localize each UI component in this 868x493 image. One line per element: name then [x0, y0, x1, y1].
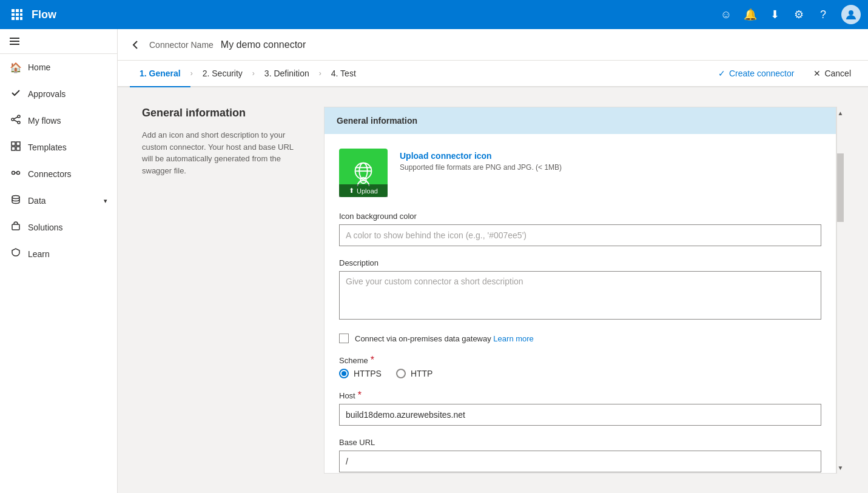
- sidebar-item-templates-label: Templates: [28, 143, 67, 152]
- cancel-label: Cancel: [824, 69, 851, 78]
- host-input[interactable]: [339, 404, 821, 426]
- tab-definition-label: 3. Definition: [264, 69, 309, 78]
- data-chevron-icon: ▾: [104, 197, 107, 205]
- help-icon[interactable]: ?: [812, 4, 834, 25]
- right-scrollbar[interactable]: ▲ ▼: [836, 107, 844, 474]
- host-label: Host *: [339, 391, 821, 400]
- upload-connector-icon-link[interactable]: Upload connector icon: [400, 151, 562, 161]
- templates-icon: [10, 141, 22, 153]
- http-radio-item[interactable]: HTTP: [396, 369, 433, 378]
- http-radio-label: HTTP: [411, 369, 433, 378]
- app-title: Flow: [32, 8, 715, 21]
- svg-rect-5: [20, 13, 22, 16]
- icon-upload-row: ⬆ Upload Upload connector icon Supported…: [339, 149, 821, 197]
- sidebar-item-solutions-label: Solutions: [28, 223, 63, 232]
- scheme-radio-group: HTTPS HTTP: [339, 369, 821, 378]
- sidebar: 🏠 Home Approvals My flows: [0, 29, 118, 493]
- sidebar-item-home[interactable]: 🏠 Home: [0, 54, 117, 81]
- upload-icon-description: Supported file formats are PNG and JPG. …: [400, 163, 562, 172]
- svg-rect-3: [12, 13, 15, 16]
- bell-icon[interactable]: 🔔: [739, 4, 761, 25]
- checkmark-icon: ✓: [718, 69, 725, 78]
- sidebar-item-approvals-label: Approvals: [28, 89, 66, 99]
- download-icon[interactable]: ⬇: [764, 4, 786, 25]
- icon-background-color-field: Icon background color: [339, 212, 821, 246]
- create-connector-button[interactable]: ✓ Create connector: [713, 66, 799, 81]
- scroll-down-button[interactable]: ▼: [837, 461, 844, 474]
- sidebar-item-data-label: Data: [28, 196, 46, 206]
- svg-line-16: [14, 117, 18, 119]
- grid-menu-icon[interactable]: [7, 5, 27, 24]
- scroll-thumb[interactable]: [837, 153, 844, 222]
- info-panel: General information Add an icon and shor…: [142, 107, 324, 474]
- tabs-bar: 1. General › 2. Security › 3. Definition…: [118, 61, 868, 87]
- connectors-icon: [10, 168, 22, 180]
- svg-point-9: [849, 10, 853, 15]
- svg-rect-20: [12, 147, 15, 150]
- host-label-text: Host: [339, 391, 355, 400]
- svg-point-15: [18, 121, 20, 124]
- description-textarea[interactable]: [339, 271, 821, 320]
- sidebar-item-templates[interactable]: Templates: [0, 134, 117, 161]
- svg-point-23: [17, 172, 20, 175]
- cancel-button[interactable]: ✕ Cancel: [809, 66, 856, 81]
- host-field: Host *: [339, 391, 821, 426]
- icon-bg-input[interactable]: [339, 224, 821, 246]
- svg-rect-7: [16, 17, 19, 20]
- header-bar: Connector Name My demo connector: [118, 29, 868, 61]
- tab-security-label: 2. Security: [203, 69, 243, 78]
- svg-rect-2: [20, 9, 22, 12]
- svg-rect-4: [16, 13, 19, 16]
- sidebar-item-approvals[interactable]: Approvals: [0, 81, 117, 107]
- tabs-actions: ✓ Create connector ✕ Cancel: [713, 66, 856, 81]
- tab-security[interactable]: 2. Security: [193, 60, 252, 87]
- home-icon: 🏠: [10, 62, 22, 73]
- https-radio-item[interactable]: HTTPS: [339, 369, 382, 378]
- upload-arrow-icon: ⬆: [349, 187, 354, 195]
- scheme-field: Scheme * HTTPS HTTP: [339, 355, 821, 378]
- scroll-track: [837, 119, 844, 461]
- description-label-text: Description: [339, 258, 378, 267]
- top-nav-icons: ☺ 🔔 ⬇ ⚙ ?: [715, 4, 861, 25]
- smiley-icon[interactable]: ☺: [715, 4, 737, 25]
- on-premises-checkbox[interactable]: [339, 334, 349, 343]
- base-url-label-text: Base URL: [339, 438, 375, 447]
- info-panel-description: Add an icon and short description to you…: [142, 129, 300, 176]
- sidebar-item-learn[interactable]: Learn: [0, 241, 117, 267]
- sidebar-item-connectors[interactable]: Connectors: [0, 161, 117, 187]
- main-layout: 🏠 Home Approvals My flows: [0, 29, 868, 493]
- content-area: Connector Name My demo connector 1. Gene…: [118, 29, 868, 493]
- avatar[interactable]: [841, 5, 861, 24]
- sidebar-item-flows[interactable]: My flows: [0, 107, 117, 134]
- svg-rect-1: [16, 9, 19, 12]
- description-field: Description: [339, 258, 821, 321]
- tab-definition[interactable]: 3. Definition: [255, 60, 319, 87]
- scroll-up-button[interactable]: ▲: [837, 107, 844, 119]
- connector-name-label: Connector Name: [149, 40, 214, 50]
- http-radio-circle[interactable]: [396, 369, 406, 378]
- tab-general[interactable]: 1. General: [130, 61, 190, 87]
- close-icon: ✕: [813, 69, 821, 78]
- base-url-input[interactable]: [339, 451, 821, 472]
- tab-test[interactable]: 4. Test: [321, 60, 366, 87]
- sidebar-item-data[interactable]: Data ▾: [0, 187, 117, 214]
- svg-rect-26: [12, 224, 19, 230]
- form-card-title: General information: [337, 116, 417, 126]
- sidebar-toggle[interactable]: [0, 29, 117, 54]
- approvals-icon: [10, 88, 22, 100]
- sidebar-item-learn-label: Learn: [28, 249, 50, 259]
- svg-point-14: [18, 115, 20, 118]
- back-button[interactable]: [130, 39, 142, 51]
- upload-button[interactable]: ⬆ Upload: [339, 184, 388, 197]
- upload-info: Upload connector icon Supported file for…: [400, 149, 562, 172]
- on-premises-label: Connect via on-premises data gateway Lea…: [355, 334, 534, 343]
- sidebar-item-home-label: Home: [28, 62, 50, 72]
- learn-more-link[interactable]: Learn more: [493, 334, 533, 343]
- host-required-indicator: *: [358, 391, 362, 400]
- description-label: Description: [339, 258, 821, 267]
- settings-icon[interactable]: ⚙: [788, 4, 810, 25]
- https-radio-circle[interactable]: [339, 369, 349, 378]
- sidebar-item-connectors-label: Connectors: [28, 169, 72, 179]
- sidebar-item-solutions[interactable]: Solutions: [0, 214, 117, 241]
- base-url-label: Base URL: [339, 438, 821, 447]
